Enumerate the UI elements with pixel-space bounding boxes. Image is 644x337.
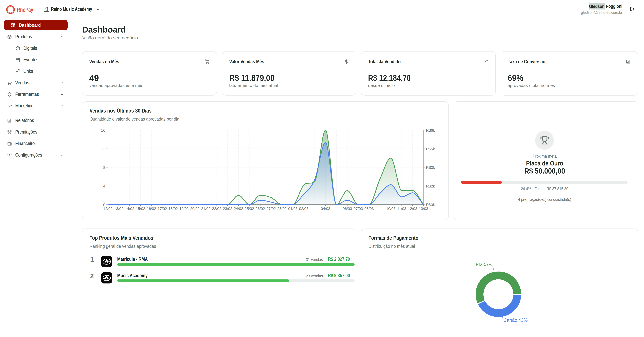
svg-text:16: 16 <box>101 128 105 132</box>
svg-text:12/03: 12/03 <box>408 206 417 211</box>
svg-text:08/03: 08/03 <box>364 206 374 211</box>
svg-text:18/02: 18/02 <box>168 206 178 211</box>
svg-text:20/02: 20/02 <box>190 206 200 211</box>
svg-text:8: 8 <box>103 165 105 170</box>
svg-text:R$5k: R$5k <box>426 147 435 151</box>
svg-text:PIX 57%: PIX 57% <box>476 261 492 267</box>
svg-text:19/02: 19/02 <box>179 206 189 211</box>
svg-text:13/03: 13/03 <box>419 206 428 211</box>
svg-text:13/02: 13/02 <box>114 206 124 211</box>
svg-text:12: 12 <box>101 147 105 151</box>
svg-text:02/03: 02/03 <box>299 206 308 211</box>
svg-text:22/02: 22/02 <box>212 206 221 211</box>
svg-text:27/02: 27/02 <box>266 206 276 211</box>
svg-text:16/02: 16/02 <box>147 206 156 211</box>
svg-text:04/03: 04/03 <box>321 206 330 211</box>
svg-text:15/02: 15/02 <box>136 206 145 211</box>
svg-text:0: 0 <box>103 202 105 207</box>
svg-text:17/02: 17/02 <box>158 206 167 211</box>
svg-text:R$3k: R$3k <box>426 165 435 170</box>
svg-text:14/02: 14/02 <box>125 206 134 211</box>
svg-text:R$6k: R$6k <box>426 128 435 132</box>
svg-text:26/02: 26/02 <box>256 206 265 211</box>
svg-text:06/03: 06/03 <box>342 206 352 211</box>
svg-text:11/03: 11/03 <box>397 206 406 211</box>
svg-text:R$0k: R$0k <box>426 202 435 207</box>
svg-text:07/03: 07/03 <box>354 206 363 211</box>
svg-text:10/03: 10/03 <box>386 206 396 211</box>
svg-text:Cartão 43%: Cartão 43% <box>503 317 528 323</box>
svg-text:24/02: 24/02 <box>234 206 243 211</box>
svg-text:21/02: 21/02 <box>201 206 210 211</box>
svg-text:25/02: 25/02 <box>245 206 254 211</box>
svg-text:4: 4 <box>103 184 105 188</box>
svg-text:01/03: 01/03 <box>288 206 298 211</box>
svg-text:12/02: 12/02 <box>103 206 112 211</box>
svg-text:R$2k: R$2k <box>426 184 435 188</box>
svg-text:23/02: 23/02 <box>223 206 232 211</box>
svg-text:28/02: 28/02 <box>277 206 287 211</box>
